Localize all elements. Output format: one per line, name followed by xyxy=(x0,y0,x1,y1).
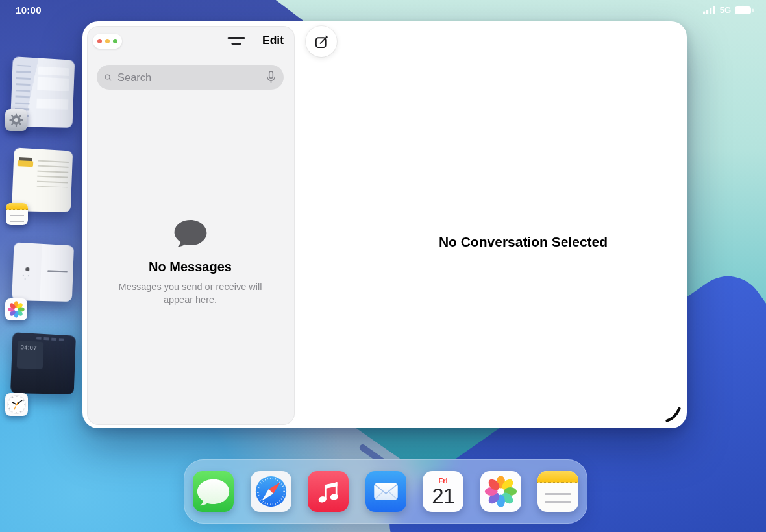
stage-thumbnail-notes[interactable] xyxy=(12,147,73,212)
notes-line xyxy=(545,493,571,495)
search-icon xyxy=(105,72,112,83)
clock-app-icon[interactable] xyxy=(5,393,28,416)
compose-icon xyxy=(314,34,329,49)
status-indicators: 5G xyxy=(703,5,754,15)
safari-compass-glyph xyxy=(251,471,291,512)
dock-icon-music[interactable] xyxy=(308,471,349,512)
dictation-button[interactable] xyxy=(266,71,276,84)
messages-bubble-glyph xyxy=(193,471,234,512)
dock-icon-safari[interactable] xyxy=(251,471,291,512)
notes-app-icon[interactable] xyxy=(6,203,28,225)
notes-yellow-band xyxy=(537,471,578,483)
music-note-glyph xyxy=(308,471,349,512)
clock-card-time: 04:07 xyxy=(21,345,37,352)
status-time: 10:00 xyxy=(16,5,42,16)
window-control-green-dot xyxy=(113,39,117,43)
photos-flower-icon xyxy=(5,298,27,320)
ipad-screen: 10:00 5G xyxy=(0,0,766,532)
window-control-red-dot xyxy=(97,39,102,43)
microphone-icon xyxy=(266,71,276,84)
filter-button[interactable] xyxy=(227,35,246,49)
notes-yellow-band xyxy=(6,203,28,210)
dock-icon-mail[interactable] xyxy=(365,471,406,512)
search-bar xyxy=(97,65,284,90)
resize-arc-icon xyxy=(665,406,682,423)
battery-icon xyxy=(735,6,754,15)
empty-conversations-state: No Messages Messages you send or receive… xyxy=(109,219,271,306)
signal-icon xyxy=(703,6,716,14)
edit-button[interactable]: Edit xyxy=(262,34,284,47)
window-controls[interactable] xyxy=(93,34,122,49)
filter-icon-short-line xyxy=(232,43,241,45)
photos-app-icon[interactable] xyxy=(5,298,27,320)
photos-flower-glyph xyxy=(480,471,521,512)
dock-icon-photos[interactable] xyxy=(480,471,521,512)
chat-bubble-icon xyxy=(172,219,209,250)
messages-window: Edit xyxy=(82,21,687,428)
dock-icon-notes[interactable] xyxy=(537,471,578,512)
search-input[interactable] xyxy=(116,71,262,84)
stage-thumbnail-photos[interactable] xyxy=(12,242,74,302)
window-control-yellow-dot xyxy=(105,39,110,43)
calendar-weekday: Fri xyxy=(438,477,447,485)
dock: Fri 21 xyxy=(184,459,587,524)
notes-lines xyxy=(10,215,24,224)
window-resize-handle[interactable] xyxy=(665,406,682,423)
empty-state-description: Messages you send or receive will appear… xyxy=(109,280,271,306)
network-label: 5G xyxy=(720,5,731,15)
filter-icon xyxy=(228,37,245,39)
settings-app-icon[interactable] xyxy=(5,109,27,131)
clock-face-icon xyxy=(5,393,28,416)
calendar-day: 21 xyxy=(432,485,454,508)
gear-icon xyxy=(8,112,25,128)
no-conversation-title: No Conversation Selected xyxy=(376,234,671,250)
notes-line xyxy=(545,501,571,503)
dock-icon-calendar[interactable]: Fri 21 xyxy=(423,471,463,512)
empty-state-title: No Messages xyxy=(109,260,271,274)
mail-envelope-glyph xyxy=(365,471,406,512)
compose-button[interactable] xyxy=(306,26,337,57)
stage-thumbnail-clock[interactable]: 04:07 xyxy=(10,332,76,394)
dock-icon-messages[interactable] xyxy=(193,471,234,512)
